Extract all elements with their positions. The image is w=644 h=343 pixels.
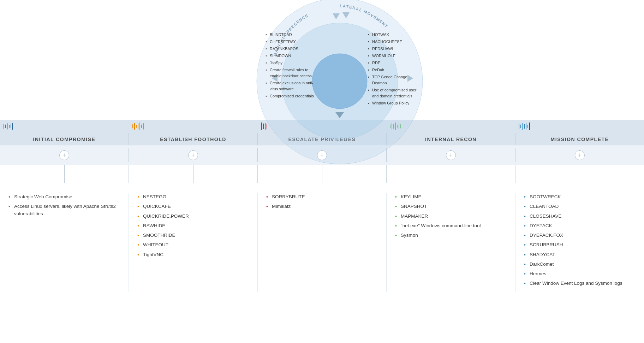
- tick: [134, 123, 135, 130]
- circle-right-content: HOTWAX NACHOCHEESE REDSHAWL WORMHOLE RDP…: [368, 32, 421, 108]
- tick: [139, 122, 140, 130]
- svg-point-2: [312, 54, 367, 109]
- connector-col-4: [387, 165, 515, 183]
- phase-plus-cell-2: +: [129, 148, 258, 162]
- tick: [132, 124, 133, 128]
- list-item: Access Linux servers, likely with Apache…: [8, 203, 120, 217]
- circle-left-item-7: Create exclusions in anti-virus software: [266, 80, 317, 92]
- connector-line-1: [64, 165, 65, 183]
- phase-plus-cell-5: +: [515, 148, 644, 162]
- content-mission-complete: BOOTWRECK CLEANTOAD CLOSESHAVE DYEPACK D…: [515, 193, 644, 292]
- tick: [522, 123, 523, 130]
- connector-line-3: [322, 165, 322, 183]
- list-item: NESTEGG: [137, 193, 249, 200]
- tick: [11, 124, 11, 128]
- phase-label-mission: MISSION COMPLETE: [551, 133, 609, 145]
- list-item: Mimikatz: [266, 203, 378, 210]
- circle-right-item-3: REDSHAWL: [368, 46, 421, 52]
- circle-left-item-4: SLIMDOWN: [266, 53, 317, 59]
- content-internal-recon: KEYLIME SNAPSHOT MAPMAKER "net.exe" Wind…: [387, 193, 515, 292]
- circle-left-item-8: Compromised credentials: [266, 93, 317, 99]
- list-item: TightVNC: [137, 251, 249, 258]
- tick: [138, 124, 138, 129]
- circle-right-item-5: RDP: [368, 60, 421, 66]
- tick: [143, 123, 144, 130]
- tick: [520, 125, 521, 128]
- list-item: SORRYBRUTE: [266, 193, 378, 200]
- list-item: RAWHIDE: [137, 222, 249, 229]
- circle-left-content: BLINDTOAD CHEESETRAY RATANKBAPOS SLIMDOW…: [266, 32, 317, 100]
- list-item: Sysmon: [395, 232, 507, 239]
- list-item: DYEPACK.FOX: [524, 232, 636, 239]
- tick: [12, 123, 13, 130]
- expand-button-1[interactable]: +: [59, 150, 69, 160]
- foothold-list: NESTEGG QUICKCAFE QUICKRIDE.POWER RAWHID…: [137, 193, 249, 258]
- list-item: WHITEOUT: [137, 241, 249, 248]
- circle-left-item-1: BLINDTOAD: [266, 32, 317, 38]
- list-item: SMOOTHRIDE: [137, 232, 249, 239]
- phase-header-initial: INITIAL COMPROMISE: [0, 133, 129, 145]
- mission-list: BOOTWRECK CLEANTOAD CLOSESHAVE DYEPACK D…: [524, 193, 636, 287]
- circle-left-item-6: Create firewall rules to enable backdoor…: [266, 67, 317, 79]
- list-item: CLOSESHAVE: [524, 213, 636, 220]
- list-item: DarkComet: [524, 261, 636, 268]
- list-item: CLEANTOAD: [524, 203, 636, 210]
- circle-right-list: HOTWAX NACHOCHEESE REDSHAWL WORMHOLE RDP…: [368, 32, 421, 107]
- list-item: BOOTWRECK: [524, 193, 636, 200]
- upper-region: MAINTAIN PRESENCE LATERAL MOVEMENT BL: [0, 0, 644, 120]
- tick: [524, 124, 525, 129]
- ticks-col-2: [129, 120, 258, 133]
- list-item: SNAPSHOT: [395, 203, 507, 210]
- phase-label-initial: INITIAL COMPROMISE: [33, 133, 96, 145]
- list-item: Clear Window Event Logs and Sysmon logs: [524, 280, 636, 287]
- tick: [529, 122, 530, 130]
- page-wrapper: MAINTAIN PRESENCE LATERAL MOVEMENT BL: [0, 0, 644, 343]
- connector-col-1: [0, 165, 129, 183]
- list-item: DYEPACK: [524, 222, 636, 229]
- list-item: SHADYCAT: [524, 251, 636, 258]
- tick: [9, 125, 10, 128]
- list-item: MAPMAKER: [395, 213, 507, 220]
- tick: [519, 124, 519, 129]
- circle-left-item-2: CHEESETRAY: [266, 39, 317, 45]
- initial-compromise-list: Strategic Web Compromise Access Linux se…: [8, 193, 120, 217]
- recon-list: KEYLIME SNAPSHOT MAPMAKER "net.exe" Wind…: [395, 193, 507, 239]
- circle-left-list: BLINDTOAD CHEESETRAY RATANKBAPOS SLIMDOW…: [266, 32, 317, 99]
- circle-left-item-3: RATANKBAPOS: [266, 46, 317, 52]
- circle-left-item-5: JspSpy: [266, 60, 317, 66]
- tick: [4, 124, 4, 129]
- circle-right-item-4: WORMHOLE: [368, 53, 421, 59]
- phase-header-mission: MISSION COMPLETE: [515, 133, 644, 145]
- content-establish-foothold: NESTEGG QUICKCAFE QUICKRIDE.POWER RAWHID…: [129, 193, 258, 292]
- content-escalate-privileges: SORRYBRUTE Mimikatz: [258, 193, 387, 292]
- tick: [7, 123, 8, 130]
- tick: [5, 125, 6, 128]
- connector-line-2: [193, 165, 193, 183]
- escalate-list: SORRYBRUTE Mimikatz: [266, 193, 378, 210]
- expand-button-2[interactable]: +: [188, 150, 198, 160]
- tick: [527, 125, 528, 128]
- list-item: "net.exe" Windows command-line tool: [395, 222, 507, 229]
- circle-right-item-1: HOTWAX: [368, 32, 421, 38]
- list-item: SCRUBBRUSH: [524, 241, 636, 248]
- list-item: KEYLIME: [395, 193, 507, 200]
- content-initial-compromise: Strategic Web Compromise Access Linux se…: [0, 193, 129, 292]
- circle-diagram: MAINTAIN PRESENCE LATERAL MOVEMENT BL: [255, 0, 424, 166]
- phase-plus-cell-1: +: [0, 148, 129, 162]
- tick: [141, 125, 142, 128]
- content-row: Strategic Web Compromise Access Linux se…: [0, 183, 644, 303]
- expand-button-4[interactable]: +: [446, 150, 456, 160]
- list-item: Hermes: [524, 270, 636, 277]
- tick: [136, 125, 137, 128]
- connector-col-3: [258, 165, 387, 183]
- ticks-col-5: [515, 120, 644, 133]
- expand-button-3[interactable]: +: [317, 150, 327, 160]
- circle-right-item-6: ReDuh: [368, 67, 421, 73]
- connector-line-4: [451, 165, 451, 183]
- expand-button-5[interactable]: +: [575, 150, 585, 160]
- tick: [526, 123, 526, 130]
- list-item: Strategic Web Compromise: [8, 193, 120, 200]
- connector-line-5: [580, 165, 580, 183]
- phase-label-foothold: ESTABLISH FOOTHOLD: [160, 133, 226, 145]
- circle-right-item-9: Window Group Policy: [368, 100, 421, 106]
